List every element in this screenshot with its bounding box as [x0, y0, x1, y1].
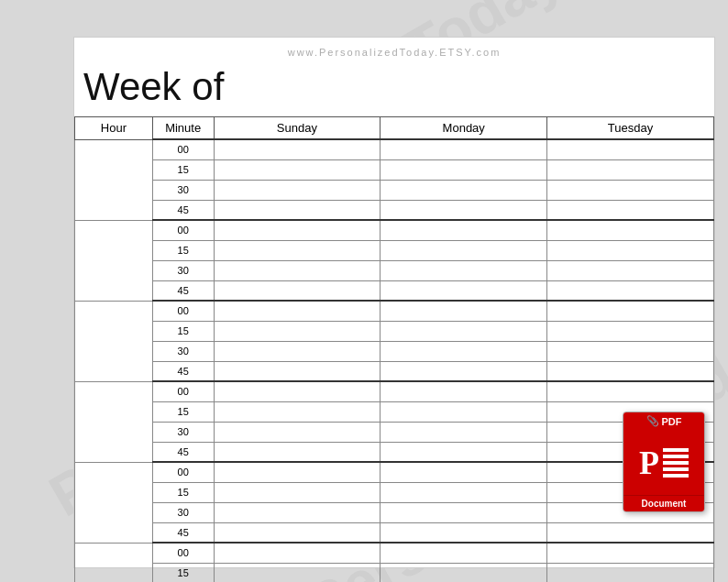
hour-cell: [75, 220, 153, 301]
pdf-lines-decoration: [663, 448, 689, 478]
day-cell: [547, 381, 714, 401]
day-cell: [547, 321, 714, 341]
day-cell: [547, 200, 714, 220]
pdf-document-icon[interactable]: 📎 PDF P Document: [623, 412, 705, 512]
pdf-icon-body: P: [623, 430, 704, 495]
hour-cell: [75, 139, 153, 220]
day-cell: [381, 260, 547, 280]
table-row: 00: [75, 220, 714, 240]
day-cell: [547, 180, 714, 200]
day-cell: [547, 260, 714, 280]
minute-cell: 15: [152, 401, 214, 422]
minute-cell: 45: [152, 442, 214, 462]
pdf-letter: P: [639, 446, 659, 479]
day-cell: [547, 341, 714, 361]
day-cell: [214, 260, 381, 280]
day-cell: [381, 220, 547, 240]
day-cell: [214, 280, 381, 301]
day-cell: [547, 159, 714, 180]
day-cell: [214, 381, 381, 401]
minute-cell: 45: [152, 361, 214, 381]
table-row: 00: [75, 381, 714, 401]
pdf-line-4: [663, 467, 689, 471]
day-cell: [381, 422, 547, 442]
minute-cell: 15: [152, 321, 214, 341]
table-row: 45: [75, 361, 714, 381]
pdf-clip-icon: 📎: [646, 415, 659, 427]
day-cell: [547, 361, 714, 381]
pdf-line-1: [663, 448, 689, 452]
minute-cell: 00: [152, 301, 214, 321]
day-cell: [381, 341, 547, 361]
day-cell: [214, 159, 381, 180]
day-cell: [214, 321, 381, 341]
minute-cell: 00: [152, 220, 214, 240]
header-monday: Monday: [381, 117, 547, 140]
day-cell: [381, 442, 547, 462]
day-cell: [381, 361, 547, 381]
document-page: www.PersonalizedToday.ETSY.com Week of H…: [73, 37, 715, 568]
day-cell: [381, 563, 547, 582]
day-cell: [381, 200, 547, 220]
pdf-label: PDF: [662, 416, 682, 427]
day-cell: [214, 200, 381, 220]
hour-cell: [75, 462, 153, 543]
day-cell: [381, 543, 547, 563]
day-cell: [381, 401, 547, 422]
minute-cell: 45: [152, 200, 214, 220]
day-cell: [547, 139, 714, 159]
minute-cell: 30: [152, 502, 214, 522]
day-cell: [547, 522, 714, 543]
minute-cell: 30: [152, 260, 214, 280]
hour-cell: [75, 381, 153, 462]
table-row: 15: [75, 482, 714, 502]
header-tuesday: Tuesday: [547, 117, 714, 140]
day-cell: [381, 180, 547, 200]
minute-cell: 30: [152, 180, 214, 200]
hour-cell: [75, 543, 153, 582]
website-label: www.PersonalizedToday.ETSY.com: [74, 47, 714, 58]
table-row: 30: [75, 422, 714, 442]
table-row: 00: [75, 543, 714, 563]
day-cell: [214, 522, 381, 543]
day-cell: [214, 240, 381, 260]
day-cell: [214, 442, 381, 462]
day-cell: [547, 563, 714, 582]
schedule-table: Hour Minute Sunday Monday Tuesday 001530…: [74, 116, 714, 582]
table-row: 30: [75, 341, 714, 361]
day-cell: [214, 341, 381, 361]
table-row: 15: [75, 321, 714, 341]
day-cell: [214, 180, 381, 200]
day-cell: [214, 301, 381, 321]
header-sunday: Sunday: [214, 117, 381, 140]
header-hour: Hour: [75, 117, 153, 140]
minute-cell: 30: [152, 341, 214, 361]
minute-cell: 00: [152, 381, 214, 401]
day-cell: [547, 301, 714, 321]
day-cell: [547, 220, 714, 240]
day-cell: [381, 280, 547, 301]
minute-cell: 00: [152, 462, 214, 482]
table-row: 30: [75, 180, 714, 200]
day-cell: [547, 240, 714, 260]
table-row: 15: [75, 563, 714, 582]
day-cell: [214, 139, 381, 159]
day-cell: [381, 502, 547, 522]
day-cell: [214, 482, 381, 502]
minute-cell: 45: [152, 280, 214, 301]
table-row: 45: [75, 522, 714, 543]
day-cell: [381, 240, 547, 260]
day-cell: [381, 321, 547, 341]
minute-cell: 15: [152, 240, 214, 260]
table-row: 00: [75, 301, 714, 321]
table-row: 45: [75, 280, 714, 301]
pdf-icon-footer: Document: [623, 495, 704, 511]
week-title: Week of: [74, 65, 714, 116]
minute-cell: 30: [152, 422, 214, 442]
minute-cell: 15: [152, 159, 214, 180]
table-row: 30: [75, 260, 714, 280]
table-row: 15: [75, 240, 714, 260]
pdf-icon-header: 📎 PDF: [623, 412, 704, 430]
minute-cell: 45: [152, 522, 214, 543]
table-row: 15: [75, 159, 714, 180]
